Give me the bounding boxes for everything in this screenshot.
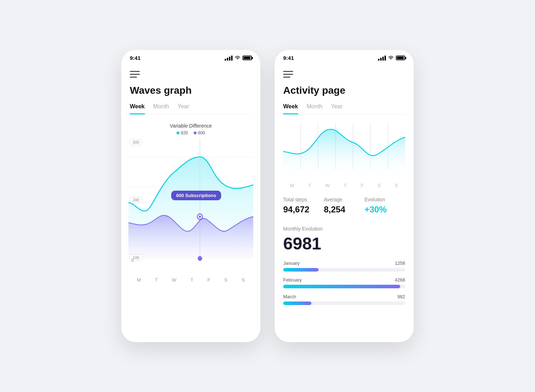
- y-label-0: 0: [131, 258, 134, 263]
- x-label-f: F: [207, 277, 210, 283]
- stat-total-steps: Total steps 94,672: [283, 197, 324, 215]
- tabs-2: Week Month Year: [283, 103, 405, 114]
- svg-point-7: [198, 256, 202, 261]
- stat-value-evo: +30%: [365, 205, 405, 215]
- tab-month-2[interactable]: Month: [307, 103, 322, 114]
- x-label-m: M: [137, 277, 141, 283]
- bar-fill-jan: [283, 268, 319, 272]
- bar-fill-feb: [283, 285, 400, 288]
- stats-row: Total steps 94,672 Average 8,254 Evoluti…: [283, 197, 405, 215]
- bar-february: February 4268: [283, 277, 405, 288]
- waves-graph-phone: 9:41 Waves graph: [121, 50, 260, 342]
- wifi-icon-2: [388, 56, 394, 61]
- bar-fill-mar: [283, 301, 311, 305]
- hamburger-menu-2[interactable]: [283, 71, 405, 78]
- signal-icon-2: [378, 56, 386, 61]
- time-2: 9:41: [283, 55, 294, 61]
- tab-year-2[interactable]: Year: [331, 103, 342, 114]
- status-icons-2: [378, 56, 405, 61]
- hamburger-menu-1[interactable]: [130, 71, 252, 78]
- time-1: 9:41: [130, 55, 141, 61]
- stat-evolution: Evolution +30%: [365, 197, 405, 215]
- status-icons-1: [225, 56, 252, 61]
- bar-january: January 1258: [283, 261, 405, 272]
- bar-value-mar: 982: [397, 294, 405, 299]
- ax-t2: T: [344, 183, 347, 188]
- bar-label-feb: February: [283, 277, 302, 283]
- legend-item-1: 820: [177, 130, 188, 135]
- x-label-t1: T: [155, 277, 158, 283]
- tooltip-container: 600 Subscriptions: [171, 191, 221, 200]
- chart-legend: 820 600: [130, 130, 252, 135]
- tab-year-1[interactable]: Year: [178, 103, 189, 114]
- status-bar-1: 9:41: [121, 50, 260, 64]
- tab-week-1[interactable]: Week: [130, 103, 145, 114]
- chart-header: Variable Difference 820 600: [130, 123, 252, 135]
- ax-s1: S: [378, 183, 381, 188]
- bar-label-jan: January: [283, 261, 300, 266]
- bar-march: March 982: [283, 294, 405, 305]
- battery-icon: [243, 56, 252, 60]
- status-bar-2: 9:41: [275, 50, 414, 64]
- page-title-2: Activity page: [283, 85, 405, 96]
- activity-page-phone: 9:41 Activity page: [275, 50, 414, 342]
- stat-label-steps: Total steps: [283, 197, 324, 202]
- phone1-inner: Waves graph Week Month Year Variable Dif…: [121, 64, 260, 294]
- stat-value-steps: 94,672: [283, 205, 324, 215]
- tooltip-text: 600 Subscriptions: [176, 193, 216, 198]
- x-label-t2: T: [190, 277, 193, 283]
- tooltip-box: 600 Subscriptions: [171, 191, 221, 200]
- ax-t1: T: [308, 183, 311, 188]
- activity-chart: [283, 123, 405, 180]
- stat-value-avg: 8,254: [324, 205, 365, 215]
- x-label-w: W: [172, 277, 176, 283]
- svg-point-6: [199, 216, 201, 218]
- bar-value-jan: 1258: [395, 261, 405, 266]
- monthly-number: 6981: [283, 234, 405, 253]
- ax-w: W: [325, 183, 330, 188]
- activity-x-labels: M T W T F S S: [283, 183, 405, 188]
- x-label-s1: S: [224, 277, 228, 283]
- ax-f: F: [361, 183, 363, 188]
- wifi-icon: [234, 56, 241, 61]
- battery-icon-2: [396, 56, 405, 60]
- signal-icon: [225, 56, 233, 61]
- phone2-inner: Activity page Week Month Year: [275, 64, 414, 322]
- ax-s2: S: [395, 183, 398, 188]
- bar-value-feb: 4268: [395, 277, 405, 283]
- ax-m: M: [290, 183, 294, 188]
- chart-area-1: 300 200 100 0 600 Subscriptions: [128, 139, 253, 274]
- x-label-s2: S: [241, 277, 245, 283]
- stat-label-evo: Evolution: [365, 197, 405, 202]
- x-labels-1: M T W T F S S: [130, 274, 252, 283]
- page-title-1: Waves graph: [130, 85, 252, 96]
- chart-title: Variable Difference: [130, 123, 252, 129]
- legend-item-2: 600: [194, 130, 205, 135]
- tab-week-2[interactable]: Week: [283, 103, 298, 114]
- stat-average: Average 8,254: [324, 197, 365, 215]
- waves-svg: [128, 139, 253, 274]
- activity-svg: [283, 123, 405, 180]
- tab-month-1[interactable]: Month: [153, 103, 169, 114]
- stat-label-avg: Average: [324, 197, 365, 202]
- tabs-1: Week Month Year: [130, 103, 252, 114]
- monthly-label: Monthly Evolution: [283, 226, 405, 232]
- bar-label-mar: March: [283, 294, 296, 299]
